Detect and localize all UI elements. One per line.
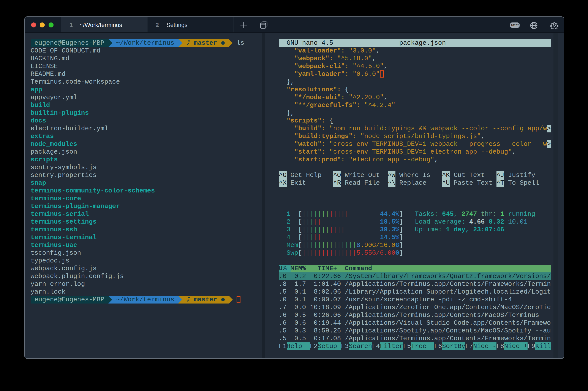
svg-text:IOIOI: IOIOI bbox=[511, 24, 519, 27]
